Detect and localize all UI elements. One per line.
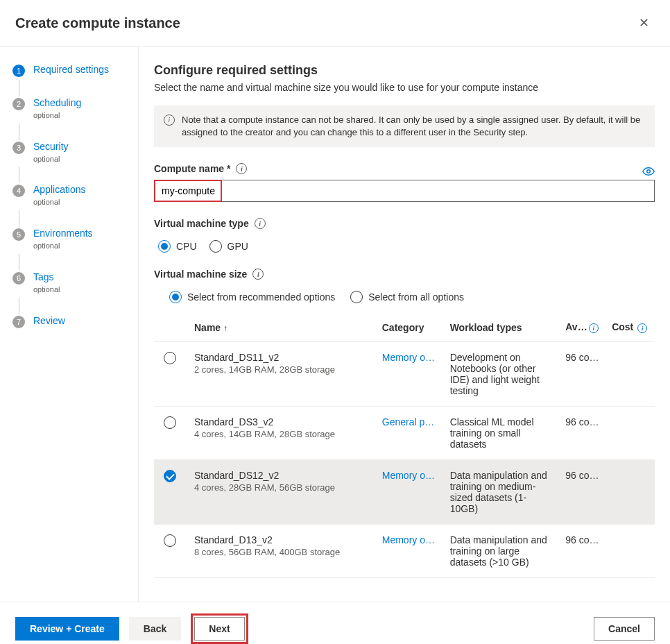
vm-type-gpu-radio[interactable]: GPU xyxy=(209,240,248,253)
sidebar-item-label: Review xyxy=(33,314,65,328)
step-number-icon: 1 xyxy=(12,65,25,77)
col-name[interactable]: Name ↑ xyxy=(189,314,377,341)
vm-type-cpu-radio[interactable]: CPU xyxy=(158,240,197,253)
step-number-icon: 3 xyxy=(12,142,25,154)
sidebar-item-required-settings[interactable]: 1 Required settings xyxy=(12,63,138,77)
info-banner: i Note that a compute instance can not b… xyxy=(154,105,655,147)
sidebar-item-label: Tags optional xyxy=(33,271,60,295)
category-link[interactable]: Memory o… xyxy=(382,534,439,545)
sidebar-item-label: Applications optional xyxy=(33,183,86,207)
vm-size-table: Name ↑ Category Workload types Av…i Cost… xyxy=(154,314,655,578)
vm-name: Standard_D13_v2 xyxy=(194,534,371,545)
compute-name-input[interactable] xyxy=(154,180,655,202)
info-icon[interactable]: i xyxy=(589,323,599,333)
section-heading: Configure required settings xyxy=(154,63,655,78)
vm-spec: 4 cores, 14GB RAM, 28GB storage xyxy=(194,429,371,439)
row-select-radio[interactable] xyxy=(164,416,176,429)
workload-text: Data manipulation and training on large … xyxy=(445,525,560,578)
info-text: Note that a compute instance can not be … xyxy=(182,114,645,139)
vm-size-label: Virtual machine size xyxy=(154,269,247,280)
table-row[interactable]: Standard_DS11_v22 cores, 14GB RAM, 28GB … xyxy=(154,342,655,407)
step-number-icon: 2 xyxy=(12,98,25,110)
workload-text: Data manipulation and training on medium… xyxy=(445,460,560,525)
sidebar-item-label: Security optional xyxy=(33,140,69,164)
table-row[interactable]: Standard_D13_v28 cores, 56GB RAM, 400GB … xyxy=(154,525,655,578)
vm-size-recommended-radio[interactable]: Select from recommended options xyxy=(169,291,335,303)
next-button[interactable]: Next xyxy=(194,617,244,641)
preview-icon[interactable] xyxy=(642,165,655,178)
category-link[interactable]: General p… xyxy=(382,416,439,427)
dialog-title: Create compute instance xyxy=(15,15,180,31)
availability-text: 96 co… xyxy=(565,416,601,427)
availability-text: 96 co… xyxy=(565,470,601,481)
step-number-icon: 4 xyxy=(12,185,25,197)
workload-text: Classical ML model training on small dat… xyxy=(445,407,560,460)
col-category[interactable]: Category xyxy=(377,314,445,341)
sidebar-item-environments[interactable]: 5 Environments optional xyxy=(12,227,138,251)
info-icon[interactable]: i xyxy=(255,218,266,229)
info-icon: i xyxy=(164,115,175,126)
step-number-icon: 5 xyxy=(12,228,25,241)
info-icon[interactable]: i xyxy=(637,323,647,333)
close-icon[interactable]: ✕ xyxy=(633,12,655,33)
section-subtitle: Select the name and virtual machine size… xyxy=(154,82,655,93)
back-button[interactable]: Back xyxy=(129,617,181,641)
annotation-highlight: Next xyxy=(191,613,248,644)
svg-point-0 xyxy=(647,170,651,173)
table-row[interactable]: Standard_DS3_v24 cores, 14GB RAM, 28GB s… xyxy=(154,407,655,460)
row-select-radio[interactable] xyxy=(164,470,176,482)
step-number-icon: 7 xyxy=(12,316,25,328)
vm-spec: 2 cores, 14GB RAM, 28GB storage xyxy=(194,364,371,375)
cancel-button[interactable]: Cancel xyxy=(594,617,655,641)
category-link[interactable]: Memory o… xyxy=(382,352,439,363)
sidebar-item-label: Environments optional xyxy=(33,227,93,251)
vm-type-label: Virtual machine type xyxy=(154,218,249,229)
sidebar-item-security[interactable]: 3 Security optional xyxy=(12,140,138,164)
row-select-radio[interactable] xyxy=(164,352,176,364)
col-workload[interactable]: Workload types xyxy=(445,314,560,341)
review-create-button[interactable]: Review + Create xyxy=(15,617,119,641)
vm-name: Standard_DS12_v2 xyxy=(194,470,371,481)
vm-spec: 8 cores, 56GB RAM, 400GB storage xyxy=(194,547,371,557)
availability-text: 96 co… xyxy=(565,352,601,363)
sidebar-item-scheduling[interactable]: 2 Scheduling optional xyxy=(12,96,138,121)
vm-name: Standard_DS3_v2 xyxy=(194,416,371,427)
info-icon[interactable]: i xyxy=(252,269,264,280)
availability-text: 96 co… xyxy=(565,534,601,545)
sort-asc-icon: ↑ xyxy=(223,323,227,333)
vm-spec: 4 cores, 28GB RAM, 56GB storage xyxy=(194,482,371,493)
sidebar-item-label: Required settings xyxy=(33,63,109,77)
col-availability[interactable]: Av…i xyxy=(560,314,606,341)
sidebar-item-review[interactable]: 7 Review xyxy=(12,314,138,328)
step-number-icon: 6 xyxy=(12,272,25,285)
vm-size-all-radio[interactable]: Select from all options xyxy=(350,291,464,303)
sidebar-item-label: Scheduling optional xyxy=(33,96,81,121)
info-icon[interactable]: i xyxy=(236,163,247,174)
wizard-sidebar: 1 Required settings 2 Scheduling optiona… xyxy=(0,46,139,602)
sidebar-item-tags[interactable]: 6 Tags optional xyxy=(12,271,138,295)
workload-text: Development on Notebooks (or other IDE) … xyxy=(445,342,560,407)
category-link[interactable]: Memory o… xyxy=(382,470,439,481)
sidebar-item-applications[interactable]: 4 Applications optional xyxy=(12,183,138,207)
vm-name: Standard_DS11_v2 xyxy=(194,352,371,363)
compute-name-label: Compute name * xyxy=(154,163,230,174)
col-cost[interactable]: Cost i xyxy=(606,314,655,341)
row-select-radio[interactable] xyxy=(164,534,176,547)
table-row[interactable]: Standard_DS12_v24 cores, 28GB RAM, 56GB … xyxy=(154,460,655,525)
